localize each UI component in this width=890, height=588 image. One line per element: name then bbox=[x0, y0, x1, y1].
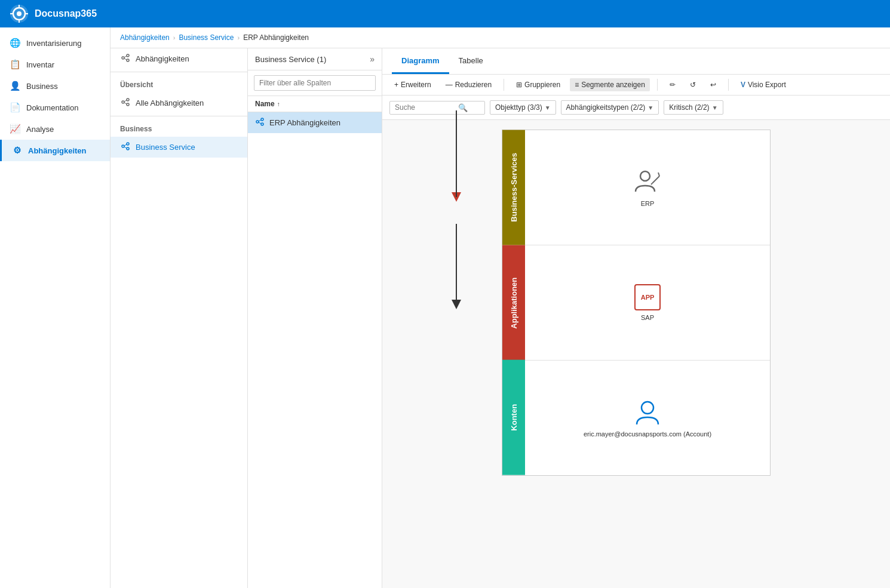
diagram-container: Business-Services Applikationen Konten bbox=[502, 130, 771, 476]
tabs: Diagramm Tabelle bbox=[392, 48, 493, 74]
segments-icon: ≡ bbox=[575, 81, 579, 89]
toolbar-btn-undo[interactable]: ↩ bbox=[705, 78, 721, 91]
left-panel-item-abhaengigkeiten[interactable]: Abhängigkeiten bbox=[111, 48, 247, 69]
breadcrumb: Abhängigkeiten › Business Service › ERP … bbox=[111, 27, 890, 48]
filter-input[interactable] bbox=[254, 75, 376, 91]
sort-icon: ↑ bbox=[277, 101, 280, 107]
sap-app-icon: APP bbox=[634, 284, 661, 310]
user-account-icon bbox=[633, 398, 662, 427]
erp-item-icon bbox=[255, 117, 265, 128]
chevron-down-icon: ▼ bbox=[545, 104, 551, 111]
search-input[interactable] bbox=[395, 103, 455, 112]
svg-line-25 bbox=[259, 120, 261, 121]
segment-konten: Konten bbox=[502, 360, 525, 475]
sidebar-item-analyse[interactable]: 📈 Analyse bbox=[0, 118, 110, 140]
middle-panel-header: Business Service (1) » bbox=[248, 48, 382, 70]
diagram-toolbar: + Erweitern — Reduzieren ⊞ Gruppieren ≡ bbox=[382, 75, 890, 96]
business-header: Business bbox=[111, 119, 247, 137]
svg-point-23 bbox=[261, 118, 263, 121]
svg-point-13 bbox=[127, 98, 129, 101]
svg-line-10 bbox=[124, 56, 127, 57]
svg-line-21 bbox=[124, 147, 127, 148]
middle-panel: Business Service (1) » Name ↑ ERP Abhäng… bbox=[248, 48, 382, 588]
middle-list-item-erp[interactable]: ERP Abhängigkeiten bbox=[248, 112, 382, 133]
visio-icon: V bbox=[741, 81, 745, 89]
sidebar-item-business[interactable]: 👤 Business bbox=[0, 75, 110, 97]
breadcrumb-item-erp: ERP Abhängigkeiten bbox=[243, 33, 309, 42]
tab-tabelle[interactable]: Tabelle bbox=[449, 48, 493, 74]
diagram-row-business: ERP bbox=[525, 130, 770, 245]
panels: Abhängigkeiten Übersicht Alle Abhängigke… bbox=[111, 48, 890, 588]
diagram-row-app: APP SAP bbox=[525, 245, 770, 361]
toolbar-btn-edit[interactable]: ✏ bbox=[665, 78, 680, 91]
filter-abh-typen[interactable]: Abhängigkeitstypen (2/2) ▼ bbox=[561, 100, 659, 115]
svg-point-22 bbox=[256, 121, 259, 123]
person-icon: 👤 bbox=[10, 81, 20, 91]
toolbar-btn-reduzieren[interactable]: — Reduzieren bbox=[441, 78, 496, 91]
right-panel: Diagramm Tabelle + Erweitern — Reduziere… bbox=[382, 48, 890, 588]
svg-point-19 bbox=[127, 147, 129, 150]
ubersicht-header: Übersicht bbox=[111, 75, 247, 93]
filter-objekttyp[interactable]: Objekttyp (3/3) ▼ bbox=[490, 100, 556, 115]
svg-point-31 bbox=[642, 402, 653, 414]
svg-line-30 bbox=[651, 183, 652, 184]
undo-icon: ↩ bbox=[710, 81, 716, 89]
sidebar-item-dokumentation[interactable]: 📄 Dokumentation bbox=[0, 97, 110, 118]
alle-icon bbox=[120, 97, 131, 109]
globe-icon: 🌐 bbox=[10, 38, 20, 48]
bs-icon bbox=[120, 141, 131, 153]
list-icon: 📋 bbox=[10, 59, 20, 70]
chevron-down-icon-3: ▼ bbox=[712, 104, 718, 111]
svg-point-2 bbox=[17, 11, 22, 16]
node-erp[interactable]: ERP bbox=[633, 168, 662, 207]
node-sap[interactable]: APP SAP bbox=[634, 284, 661, 321]
svg-line-11 bbox=[124, 59, 127, 60]
segment-labels: Business-Services Applikationen Konten bbox=[502, 130, 525, 475]
left-panel-item-alle[interactable]: Alle Abhängigkeiten bbox=[111, 93, 247, 113]
svg-point-27 bbox=[640, 171, 650, 181]
sidebar-item-inventarisierung[interactable]: 🌐 Inventarisierung bbox=[0, 32, 110, 54]
toolbar-btn-refresh[interactable]: ↺ bbox=[685, 78, 701, 91]
toolbar-btn-segmente[interactable]: ≡ Segmente anzeigen bbox=[570, 78, 650, 91]
refresh-icon: ↺ bbox=[690, 81, 696, 89]
search-box: 🔍 bbox=[389, 101, 485, 115]
toolbar-btn-erweitern[interactable]: + Erweitern bbox=[389, 78, 436, 91]
chevron-down-icon-2: ▼ bbox=[647, 104, 653, 111]
user-label: eric.mayer@docusnapsports.com (Account) bbox=[584, 430, 711, 438]
filter-bar bbox=[248, 70, 382, 96]
app-header: Docusnap365 bbox=[0, 0, 890, 27]
tab-diagramm[interactable]: Diagramm bbox=[392, 48, 449, 74]
erp-service-icon bbox=[633, 168, 662, 196]
node-user[interactable]: eric.mayer@docusnapsports.com (Account) bbox=[584, 398, 711, 438]
svg-line-29 bbox=[658, 173, 659, 176]
filter-kritisch[interactable]: Kritisch (2/2) ▼ bbox=[664, 100, 723, 115]
diagram-row-konten: eric.mayer@docusnapsports.com (Account) bbox=[525, 361, 770, 475]
expand-icon[interactable]: » bbox=[370, 54, 375, 64]
sidebar: 🌐 Inventarisierung 📋 Inventar 👤 Business… bbox=[0, 27, 111, 588]
toolbar-sep-1 bbox=[504, 79, 504, 91]
search-icon: 🔍 bbox=[458, 103, 468, 112]
toolbar-btn-gruppieren[interactable]: ⊞ Gruppieren bbox=[511, 78, 565, 91]
dep-icon bbox=[120, 53, 131, 64]
content-area: Abhängigkeiten › Business Service › ERP … bbox=[111, 27, 890, 588]
left-panel: Abhängigkeiten Übersicht Alle Abhängigke… bbox=[111, 48, 248, 588]
panel-divider-1 bbox=[111, 72, 247, 72]
panel-divider-2 bbox=[111, 116, 247, 116]
breadcrumb-item-bs[interactable]: Business Service bbox=[179, 33, 234, 42]
chart-icon: 📈 bbox=[10, 124, 20, 134]
filter-row: 🔍 Objekttyp (3/3) ▼ Abhängigkeitstypen (… bbox=[382, 96, 890, 120]
left-panel-item-business-service[interactable]: Business Service bbox=[111, 137, 247, 158]
svg-point-9 bbox=[127, 59, 129, 61]
svg-line-28 bbox=[652, 176, 659, 183]
svg-point-14 bbox=[127, 103, 129, 106]
toolbar-btn-visio[interactable]: V Visio Export bbox=[736, 78, 791, 91]
sidebar-item-abhaengigkeiten[interactable]: ⚙ Abhängigkeiten bbox=[0, 140, 110, 161]
sidebar-item-inventar[interactable]: 📋 Inventar bbox=[0, 54, 110, 75]
edit-icon: ✏ bbox=[670, 81, 676, 89]
breadcrumb-sep-2: › bbox=[237, 34, 240, 41]
svg-line-26 bbox=[259, 122, 261, 124]
svg-point-18 bbox=[127, 143, 129, 145]
segment-applikationen: Applikationen bbox=[502, 245, 525, 361]
breadcrumb-item-abh[interactable]: Abhängigkeiten bbox=[120, 33, 170, 42]
svg-line-15 bbox=[124, 100, 127, 101]
